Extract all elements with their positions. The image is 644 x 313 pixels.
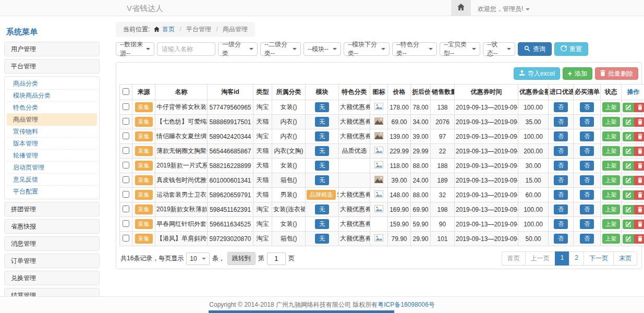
- select-all-checkbox[interactable]: [123, 88, 129, 95]
- sidebar-item[interactable]: 宣传物料: [7, 126, 97, 138]
- must-buy-toggle[interactable]: 否: [580, 161, 594, 171]
- must-buy-toggle[interactable]: 否: [580, 204, 594, 214]
- status-button[interactable]: 上架: [602, 131, 620, 141]
- status-button[interactable]: 上架: [602, 102, 620, 112]
- must-buy-toggle[interactable]: 否: [580, 190, 594, 200]
- row-checkbox[interactable]: [123, 235, 129, 242]
- page-link-1[interactable]: 1: [555, 251, 570, 266]
- edit-button[interactable]: [623, 205, 634, 214]
- filter-select-item-type[interactable]: --宝贝类型--: [440, 42, 480, 56]
- row-checkbox[interactable]: [123, 176, 129, 183]
- delete-button[interactable]: [634, 220, 644, 229]
- row-checkbox[interactable]: [123, 103, 129, 110]
- edit-button[interactable]: [623, 147, 634, 156]
- sidebar-item[interactable]: 特色分类: [7, 102, 97, 114]
- edit-button[interactable]: [623, 190, 634, 200]
- filter-select-status[interactable]: --状态--: [483, 42, 515, 56]
- sidebar-group[interactable]: 平台管理: [4, 59, 100, 74]
- status-button[interactable]: 上架: [602, 190, 620, 200]
- sidebar-item[interactable]: 商品分类: [7, 78, 97, 90]
- filter-select-module[interactable]: --模块--: [303, 42, 341, 56]
- breadcrumb-home-link[interactable]: 首页: [162, 26, 175, 33]
- import-select-toggle[interactable]: 否: [554, 146, 568, 156]
- user-menu[interactable]: 欢迎您，管理员!: [478, 5, 530, 14]
- delete-button[interactable]: [634, 147, 644, 156]
- page-link-上一页[interactable]: 上一页: [525, 251, 555, 266]
- page-link-下一页[interactable]: 下一页: [584, 251, 614, 266]
- page-link-末页[interactable]: 末页: [613, 251, 637, 266]
- edit-button[interactable]: [623, 117, 634, 127]
- import-excel-button[interactable]: 导入excel: [514, 67, 560, 80]
- sidebar-item-active[interactable]: 商品管理: [7, 114, 97, 126]
- filter-select-feature[interactable]: --特色分类--: [392, 42, 437, 56]
- status-button[interactable]: 上架: [602, 161, 620, 171]
- sidebar-group[interactable]: 消息管理: [4, 236, 100, 251]
- must-buy-toggle[interactable]: 否: [580, 131, 594, 141]
- import-select-toggle[interactable]: 否: [554, 190, 568, 200]
- row-checkbox[interactable]: [123, 133, 129, 139]
- delete-button[interactable]: [634, 190, 644, 200]
- import-select-toggle[interactable]: 否: [554, 131, 568, 141]
- delete-button[interactable]: [634, 132, 644, 141]
- filter-select-data-source[interactable]: --数据来源--: [116, 42, 154, 56]
- sidebar-item[interactable]: 平台配置: [7, 186, 97, 198]
- import-select-toggle[interactable]: 否: [554, 161, 568, 171]
- must-buy-toggle[interactable]: 否: [580, 102, 594, 112]
- delete-button[interactable]: [634, 205, 644, 214]
- page-link-首页[interactable]: 首页: [502, 251, 526, 266]
- must-buy-toggle[interactable]: 否: [580, 175, 594, 185]
- icp-link[interactable]: 粤ICP备16098006号: [378, 300, 434, 309]
- sidebar-group[interactable]: 用户管理: [4, 42, 100, 56]
- filter-select-module-sub[interactable]: --模块下分类--: [344, 42, 390, 56]
- delete-button[interactable]: [634, 103, 644, 112]
- page-number-input[interactable]: [267, 252, 286, 265]
- import-select-toggle[interactable]: 否: [554, 175, 568, 185]
- import-select-toggle[interactable]: 否: [554, 219, 568, 229]
- filter-select-category-l1[interactable]: 一级分类: [218, 42, 258, 56]
- must-buy-toggle[interactable]: 否: [580, 146, 594, 156]
- row-checkbox[interactable]: [123, 220, 129, 227]
- sidebar-group[interactable]: 拼团管理: [4, 202, 100, 216]
- must-buy-toggle[interactable]: 否: [580, 219, 594, 229]
- row-checkbox[interactable]: [123, 118, 129, 125]
- delete-button[interactable]: [634, 234, 644, 244]
- import-select-toggle[interactable]: 否: [554, 102, 568, 112]
- delete-button[interactable]: [634, 161, 644, 171]
- delete-button[interactable]: [634, 117, 644, 127]
- edit-button[interactable]: [623, 103, 634, 112]
- row-checkbox[interactable]: [123, 162, 129, 168]
- status-button[interactable]: 上架: [602, 146, 620, 156]
- sidebar-item[interactable]: 版本管理: [7, 138, 97, 150]
- sidebar-group[interactable]: 订单管理: [4, 254, 100, 268]
- import-select-toggle[interactable]: 否: [554, 204, 568, 214]
- bulk-delete-button[interactable]: 批量删除: [595, 67, 638, 80]
- status-button[interactable]: 上架: [602, 175, 620, 185]
- delete-button[interactable]: [634, 176, 644, 185]
- must-buy-toggle[interactable]: 否: [580, 117, 594, 127]
- edit-button[interactable]: [623, 132, 634, 141]
- add-button[interactable]: + 添加: [563, 67, 592, 80]
- row-checkbox[interactable]: [123, 147, 129, 154]
- page-link-2[interactable]: 2: [569, 251, 584, 266]
- home-button[interactable]: [451, 0, 471, 16]
- filter-input-name[interactable]: [157, 42, 215, 56]
- edit-button[interactable]: [623, 234, 634, 244]
- status-button[interactable]: 上架: [602, 117, 620, 127]
- filter-select-category-l2[interactable]: --二级分类--: [260, 42, 301, 56]
- row-checkbox[interactable]: [123, 206, 129, 212]
- jump-button[interactable]: 跳转到: [227, 252, 256, 265]
- search-button[interactable]: 查询: [518, 42, 552, 56]
- status-button[interactable]: 上架: [602, 219, 620, 229]
- sidebar-item[interactable]: 模块商品分类: [7, 90, 97, 102]
- import-select-toggle[interactable]: 否: [554, 117, 568, 127]
- sidebar-item[interactable]: 启动页管理: [7, 162, 97, 174]
- status-button[interactable]: 上架: [602, 234, 620, 244]
- sidebar-group[interactable]: 兑换管理: [4, 271, 100, 285]
- sidebar-item[interactable]: 轮播管理: [7, 150, 97, 162]
- status-button[interactable]: 上架: [602, 204, 620, 214]
- sidebar-item[interactable]: 意见反馈: [7, 174, 97, 186]
- import-select-toggle[interactable]: 否: [554, 234, 568, 244]
- must-buy-toggle[interactable]: 否: [580, 234, 594, 244]
- edit-button[interactable]: [623, 220, 634, 229]
- edit-button[interactable]: [623, 161, 634, 171]
